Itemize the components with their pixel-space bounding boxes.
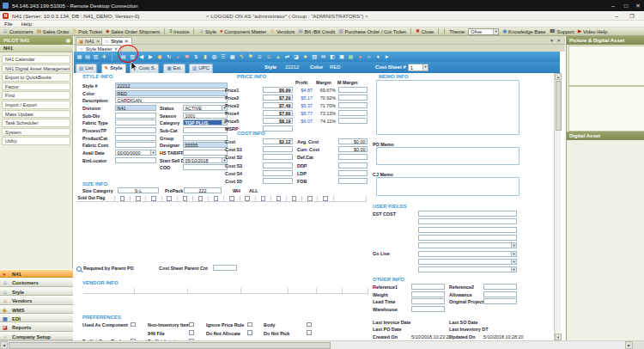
settings-icon[interactable]: ☼: [365, 53, 373, 60]
camera-icon[interactable]: ◍: [210, 53, 218, 60]
sold-out-checkbox[interactable]: [167, 196, 172, 201]
field-productcat[interactable]: [115, 135, 156, 141]
sold-out-checkbox[interactable]: [120, 196, 125, 201]
sidebar-item-task-scheduler[interactable]: Task Scheduler: [2, 119, 70, 127]
user-field-5[interactable]: ▼: [418, 242, 517, 248]
form-tab-est-[interactable]: ▦Est.: [163, 64, 185, 74]
app-minimize-button[interactable]: –: [611, 11, 622, 21]
customer-icon[interactable]: ☺: [256, 53, 264, 60]
mail-icon[interactable]: ✉: [319, 53, 327, 60]
memo-textarea[interactable]: [376, 80, 519, 135]
field-def-cat[interactable]: [338, 154, 368, 160]
new-mini-icon[interactable]: ✚: [100, 53, 108, 60]
vendor-cell[interactable]: [317, 288, 343, 294]
accordion-item-customers[interactable]: ☺Customers: [0, 278, 73, 286]
pref-checkbox-846-file[interactable]: [189, 330, 194, 335]
field-curr-cost[interactable]: $0.00: [338, 146, 368, 152]
vendor-cell[interactable]: [289, 288, 317, 294]
user-field-8[interactable]: ▼: [418, 266, 517, 272]
field-cost-s1[interactable]: [263, 146, 293, 152]
field-m-margin-1[interactable]: [338, 87, 368, 93]
field-cost-s3[interactable]: [263, 162, 293, 168]
field-avg-cost[interactable]: $0.00: [338, 138, 368, 144]
field-reference2[interactable]: [483, 284, 517, 290]
lock-icon[interactable]: ▮: [201, 53, 209, 60]
pref-checkbox-non-inventory-item[interactable]: [189, 322, 194, 328]
picture-panel-header[interactable]: Picture & Digital Asset: [567, 36, 644, 45]
next-record-icon[interactable]: ▶: [147, 53, 155, 60]
field-original-projection[interactable]: [483, 298, 517, 304]
form-tab-upc[interactable]: ▥UPC: [189, 64, 213, 74]
field-price5[interactable]: $8.19: [263, 118, 293, 124]
sidebar-item-factor[interactable]: Factor: [2, 83, 70, 91]
memo-icon[interactable]: ✎: [238, 53, 246, 60]
field-processtp[interactable]: [115, 127, 156, 133]
field-weight[interactable]: [411, 291, 445, 297]
sold-out-checkbox[interactable]: [151, 196, 156, 201]
field-price2[interactable]: $7.29: [263, 95, 293, 101]
field-sub-cat[interactable]: [183, 127, 228, 133]
accordion-item-edi[interactable]: ▦EDI: [0, 314, 73, 322]
sidebar-item-n41-calendar[interactable]: N41 Calendar: [2, 55, 70, 64]
user-field-7[interactable]: ▼: [418, 259, 517, 265]
field-color[interactable]: RED: [115, 90, 228, 96]
star-icon[interactable]: ★: [301, 53, 309, 60]
picture-box[interactable]: [568, 46, 644, 86]
toolbar-button-style[interactable]: ☺Style: [198, 28, 216, 34]
sidebar-item-import-export[interactable]: Import / Export: [2, 101, 70, 109]
field-designer[interactable]: 55555: [183, 142, 228, 148]
field-status[interactable]: ACTIVE▼: [183, 105, 228, 111]
size-category-field[interactable]: S-L: [118, 187, 159, 193]
field-group[interactable]: [183, 135, 228, 141]
field-cost[interactable]: $2.12: [263, 138, 293, 144]
field-msrp[interactable]: [263, 126, 293, 132]
package-icon[interactable]: ◧: [329, 53, 337, 60]
pref-checkbox-ignore-price-rule[interactable]: [247, 322, 252, 328]
app-restore-button[interactable]: ❐: [627, 11, 637, 21]
digital-asset-header[interactable]: Digital Asset: [567, 132, 644, 140]
vendor-cell[interactable]: [135, 288, 188, 294]
field-fabric-cont[interactable]: [115, 142, 156, 148]
user-field-1[interactable]: [418, 211, 517, 217]
user-field-6[interactable]: ▼: [418, 251, 517, 257]
accordion-item-n41[interactable]: ●N41: [0, 269, 73, 278]
sold-out-checkbox[interactable]: [307, 196, 313, 201]
horizontal-scrollbar[interactable]: ◀ ▶: [0, 340, 633, 349]
vendor-cell[interactable]: [241, 288, 289, 294]
field-category[interactable]: TOP PLUS▼: [183, 119, 228, 126]
excel-icon[interactable]: ▦: [347, 53, 355, 60]
field-cost-s5[interactable]: [263, 178, 293, 184]
field-ldp[interactable]: [338, 170, 368, 176]
sidebar-item-export-to-quickbooks[interactable]: Export to QuickBooks: [2, 73, 70, 82]
accordion-item-style[interactable]: ☺Style: [0, 287, 73, 296]
accordion-item-reports[interactable]: ◪Reports: [0, 322, 73, 331]
toolbar-button-support[interactable]: ☎Support: [550, 28, 574, 34]
user-field-3[interactable]: [418, 227, 517, 233]
dock-header[interactable]: PILOT N41 ◉: [0, 36, 73, 45]
toolbar-button-close[interactable]: ✖Close: [416, 28, 434, 34]
toolbar-button-sales-order-shipment[interactable]: ◆Sales Order Shipment: [106, 28, 160, 34]
pref-checkbox-do-not-allocate[interactable]: [247, 330, 252, 335]
field-cost-s4[interactable]: [263, 170, 293, 176]
field-m-margin-2[interactable]: [338, 95, 368, 101]
price-icon[interactable]: $: [192, 53, 200, 60]
sold-out-checkbox[interactable]: [276, 196, 282, 201]
field-ddp[interactable]: [338, 162, 368, 168]
user-field-4[interactable]: [418, 235, 517, 241]
pref-checkbox-used-as-component[interactable]: [131, 322, 136, 328]
upload-icon[interactable]: ▲: [274, 53, 282, 60]
vertical-scrollbar[interactable]: ▲ ▼: [554, 73, 561, 340]
field-hs-tariff[interactable]: [183, 150, 228, 156]
form-tab-style[interactable]: ✎Style: [101, 64, 126, 74]
vendor-cell[interactable]: [343, 288, 368, 294]
user-field-2[interactable]: [418, 218, 517, 224]
sold-out-checkbox[interactable]: [214, 196, 219, 201]
rdp-close-button[interactable]: ✕: [633, 0, 643, 11]
vendor-icon[interactable]: ☺: [265, 53, 273, 60]
export-icon[interactable]: ►: [383, 53, 391, 60]
field-division[interactable]: N41: [115, 105, 156, 111]
toolbar-button-video-help[interactable]: ▶Video Help: [578, 28, 607, 34]
field-sub-div[interactable]: [115, 113, 156, 119]
vendor-cell[interactable]: [83, 288, 135, 294]
field-m-margin-4[interactable]: [338, 110, 368, 116]
